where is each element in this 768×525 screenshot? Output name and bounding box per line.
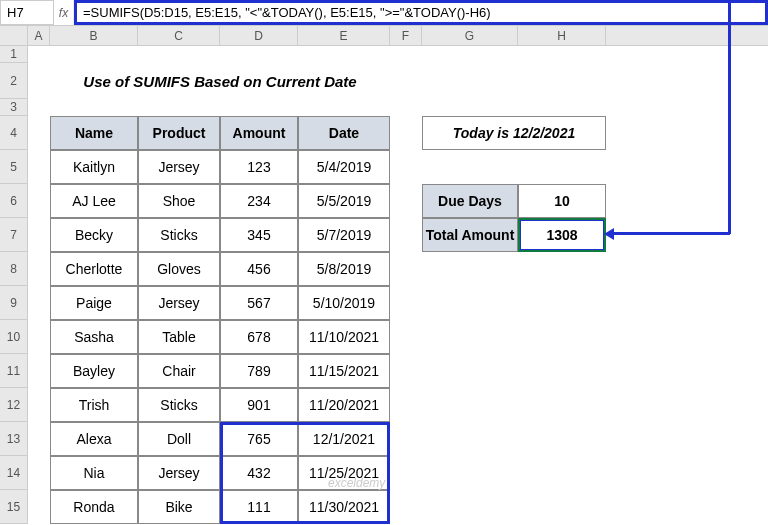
table-cell[interactable]: Cherlotte bbox=[50, 252, 138, 286]
col-header-b[interactable]: B bbox=[50, 26, 138, 45]
table-cell[interactable]: 12/1/2021 bbox=[298, 422, 390, 456]
table-cell[interactable]: Nia bbox=[50, 456, 138, 490]
annotation-arrow-horizontal bbox=[610, 232, 730, 235]
row-header-8[interactable]: 8 bbox=[0, 252, 28, 286]
table-cell[interactable]: 11/25/2021 bbox=[298, 456, 390, 490]
total-amount-label: Total Amount bbox=[422, 218, 518, 252]
table-cell[interactable]: Sticks bbox=[138, 388, 220, 422]
table-cell[interactable]: 345 bbox=[220, 218, 298, 252]
table-cell[interactable]: Gloves bbox=[138, 252, 220, 286]
sheet-title: Use of SUMIFS Based on Current Date bbox=[50, 63, 390, 99]
formula-row: H7 fx =SUMIFS(D5:D15, E5:E15, "<"&TODAY(… bbox=[0, 0, 768, 26]
select-all-corner[interactable] bbox=[0, 26, 28, 45]
table-cell[interactable]: 11/30/2021 bbox=[298, 490, 390, 524]
table-cell[interactable]: 5/7/2019 bbox=[298, 218, 390, 252]
table-cell[interactable]: 567 bbox=[220, 286, 298, 320]
column-headers: A B C D E F G H bbox=[0, 26, 768, 46]
table-cell[interactable]: 111 bbox=[220, 490, 298, 524]
table-cell[interactable]: Sticks bbox=[138, 218, 220, 252]
row-header-2[interactable]: 2 bbox=[0, 63, 28, 99]
col-header-a[interactable]: A bbox=[28, 26, 50, 45]
table-cell[interactable]: Bike bbox=[138, 490, 220, 524]
table-cell[interactable]: Paige bbox=[50, 286, 138, 320]
table-cell[interactable]: 5/10/2019 bbox=[298, 286, 390, 320]
col-header-g[interactable]: G bbox=[422, 26, 518, 45]
table-cell[interactable]: AJ Lee bbox=[50, 184, 138, 218]
row-headers: 1 2 3 4 5 6 7 8 9 10 11 12 13 14 15 bbox=[0, 46, 28, 524]
table-cell[interactable]: Table bbox=[138, 320, 220, 354]
row-header-11[interactable]: 11 bbox=[0, 354, 28, 388]
table-cell[interactable]: Jersey bbox=[138, 456, 220, 490]
row-header-12[interactable]: 12 bbox=[0, 388, 28, 422]
formula-bar[interactable]: =SUMIFS(D5:D15, E5:E15, "<"&TODAY(), E5:… bbox=[74, 0, 768, 25]
table-cell[interactable]: 789 bbox=[220, 354, 298, 388]
header-product: Product bbox=[138, 116, 220, 150]
table-cell[interactable]: Alexa bbox=[50, 422, 138, 456]
table-cell[interactable]: Trish bbox=[50, 388, 138, 422]
row-header-14[interactable]: 14 bbox=[0, 456, 28, 490]
name-box[interactable]: H7 bbox=[0, 0, 54, 25]
table-cell[interactable]: 765 bbox=[220, 422, 298, 456]
table-cell[interactable]: 678 bbox=[220, 320, 298, 354]
row-header-4[interactable]: 4 bbox=[0, 116, 28, 150]
annotation-arrow-head bbox=[604, 228, 614, 240]
table-cell[interactable]: 5/5/2019 bbox=[298, 184, 390, 218]
row-header-1[interactable]: 1 bbox=[0, 46, 28, 63]
table-cell[interactable]: 901 bbox=[220, 388, 298, 422]
table-cell[interactable]: 432 bbox=[220, 456, 298, 490]
row-header-7[interactable]: 7 bbox=[0, 218, 28, 252]
table-cell[interactable]: Kaitlyn bbox=[50, 150, 138, 184]
table-cell[interactable]: Shoe bbox=[138, 184, 220, 218]
table-cell[interactable]: 5/8/2019 bbox=[298, 252, 390, 286]
row-header-13[interactable]: 13 bbox=[0, 422, 28, 456]
table-cell[interactable]: Doll bbox=[138, 422, 220, 456]
annotation-arrow-vertical bbox=[728, 0, 731, 234]
header-date: Date bbox=[298, 116, 390, 150]
fx-icon[interactable]: fx bbox=[54, 0, 74, 25]
table-cell[interactable]: 11/20/2021 bbox=[298, 388, 390, 422]
table-cell[interactable]: 456 bbox=[220, 252, 298, 286]
total-amount-value[interactable]: 1308 bbox=[518, 218, 606, 252]
col-header-c[interactable]: C bbox=[138, 26, 220, 45]
table-cell[interactable]: Jersey bbox=[138, 286, 220, 320]
table-cell[interactable]: 5/4/2019 bbox=[298, 150, 390, 184]
table-cell[interactable]: Ronda bbox=[50, 490, 138, 524]
col-header-e[interactable]: E bbox=[298, 26, 390, 45]
table-cell[interactable]: Sasha bbox=[50, 320, 138, 354]
col-header-h[interactable]: H bbox=[518, 26, 606, 45]
table-cell[interactable]: 234 bbox=[220, 184, 298, 218]
due-days-label: Due Days bbox=[422, 184, 518, 218]
today-label: Today is 12/2/2021 bbox=[422, 116, 606, 150]
row-header-3[interactable]: 3 bbox=[0, 99, 28, 116]
table-cell[interactable]: Bayley bbox=[50, 354, 138, 388]
row-header-15[interactable]: 15 bbox=[0, 490, 28, 524]
table-cell[interactable]: 123 bbox=[220, 150, 298, 184]
header-name: Name bbox=[50, 116, 138, 150]
row-header-6[interactable]: 6 bbox=[0, 184, 28, 218]
table-cell[interactable]: Becky bbox=[50, 218, 138, 252]
table-cell[interactable]: 11/10/2021 bbox=[298, 320, 390, 354]
row-header-9[interactable]: 9 bbox=[0, 286, 28, 320]
row-header-10[interactable]: 10 bbox=[0, 320, 28, 354]
col-header-d[interactable]: D bbox=[220, 26, 298, 45]
worksheet-grid[interactable]: Use of SUMIFS Based on Current Date Name… bbox=[28, 46, 768, 524]
header-amount: Amount bbox=[220, 116, 298, 150]
due-days-value[interactable]: 10 bbox=[518, 184, 606, 218]
table-cell[interactable]: Jersey bbox=[138, 150, 220, 184]
row-header-5[interactable]: 5 bbox=[0, 150, 28, 184]
col-header-f[interactable]: F bbox=[390, 26, 422, 45]
table-cell[interactable]: Chair bbox=[138, 354, 220, 388]
table-cell[interactable]: 11/15/2021 bbox=[298, 354, 390, 388]
